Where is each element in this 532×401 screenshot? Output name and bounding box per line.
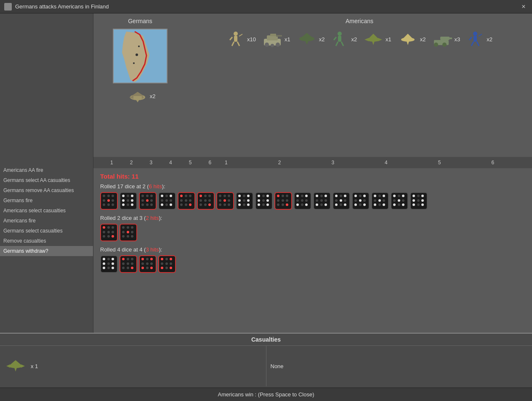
ruler-l4: 4 <box>169 160 172 166</box>
die-1-11 <box>294 192 311 210</box>
tank-count: x1 <box>285 36 290 43</box>
dice-row-1 <box>100 192 525 210</box>
ruler-r6: 6 <box>491 160 494 166</box>
total-hits-value: 11 <box>132 173 139 180</box>
svg-marker-34 <box>364 38 369 41</box>
svg-line-14 <box>232 42 234 46</box>
roll1-label: Rolled 17 dice at 2 (6 hits): <box>100 183 525 190</box>
sidebar-item-withdraw[interactable]: Germans withdraw? <box>0 246 93 256</box>
casualties-section: Casualties x 1 None <box>0 333 532 388</box>
ruler-l2: 2 <box>130 160 133 166</box>
roll1-text2: ): <box>162 183 165 190</box>
svg-line-30 <box>341 42 343 46</box>
results-area: Total hits: 11 Rolled 17 dice at 2 (6 hi… <box>93 168 532 333</box>
plane2-icon <box>363 31 384 47</box>
sidebar-item-germans-select-casualties[interactable]: Germans select casualties <box>0 226 93 236</box>
die-1-6 <box>197 192 215 210</box>
fighter1-icon <box>296 31 317 47</box>
unit-green-infantry: x2 <box>330 31 357 48</box>
map-container <box>113 29 168 83</box>
casualties-right: None <box>266 346 532 386</box>
casualties-body: x 1 None <box>0 346 532 386</box>
casualty-plane-icon <box>4 358 27 374</box>
die-3-1 <box>100 255 118 273</box>
die-1-1 <box>100 192 118 210</box>
die-2-2 <box>120 224 137 241</box>
ruler-r5: 5 <box>438 160 441 166</box>
svg-point-10 <box>234 32 238 36</box>
rifleman-count: x10 <box>247 36 256 43</box>
dice-row-3 <box>100 255 525 273</box>
casualties-title: Casualties <box>0 334 532 346</box>
casualties-left: x 1 <box>0 346 266 386</box>
unit-rifleman: x10 <box>226 31 256 48</box>
casualties-right-text: None <box>271 363 284 369</box>
units-section: Germans <box>93 13 532 157</box>
sidebar-item-remove-casualties[interactable]: Remove casualties <box>0 236 93 246</box>
blue-infantry-count: x2 <box>487 36 492 43</box>
blue-infantry-icon <box>466 31 485 48</box>
artillery-icon <box>432 31 453 48</box>
svg-marker-33 <box>372 41 375 45</box>
ruler-r2: 2 <box>278 160 281 166</box>
roll3-text: Rolled 4 dice at 4 ( <box>100 246 146 253</box>
die-1-4 <box>158 192 176 210</box>
svg-marker-54 <box>21 364 25 368</box>
svg-marker-32 <box>369 34 378 38</box>
sidebar-item-aa-fire[interactable]: Americans AA fire <box>0 165 93 175</box>
die-1-12 <box>313 192 331 210</box>
german-plane-icon <box>125 88 148 104</box>
svg-rect-27 <box>338 36 341 42</box>
die-1-5 <box>178 192 195 210</box>
unit-tank: x1 <box>262 31 290 48</box>
svg-marker-24 <box>301 33 312 37</box>
total-hits-label: Total hits: <box>100 173 130 180</box>
close-button[interactable]: × <box>519 2 529 12</box>
sidebar-item-germans-fire[interactable]: Germans fire <box>0 195 93 206</box>
roll1-text: Rolled 17 dice at 2 ( <box>100 183 149 190</box>
die-1-15 <box>371 192 389 210</box>
svg-line-28 <box>334 37 336 40</box>
svg-rect-41 <box>449 37 452 39</box>
unit-blue-infantry: x2 <box>466 31 492 48</box>
svg-line-29 <box>336 42 338 46</box>
svg-rect-40 <box>440 37 450 40</box>
sidebar-item-remove-aa-casualties[interactable]: Germans remove AA casualties <box>0 185 93 195</box>
ruler: 1 2 3 4 5 6 1 2 3 4 5 6 <box>93 157 532 168</box>
german-plane-count: x2 <box>150 93 156 99</box>
roll2-hits: 2 hits <box>146 215 159 221</box>
roll2-text: Rolled 2 dice at 3 ( <box>100 215 146 221</box>
die-1-9 <box>255 192 273 210</box>
svg-line-49 <box>477 42 479 46</box>
svg-rect-19 <box>276 35 282 37</box>
svg-marker-52 <box>14 368 17 372</box>
ruler-r4: 4 <box>385 160 388 166</box>
svg-marker-53 <box>6 364 10 368</box>
sidebar-item-americans-select-casualties[interactable]: Americans select casualties <box>0 206 93 216</box>
artillery-count: x3 <box>455 36 460 43</box>
total-hits: Total hits: 11 <box>100 173 525 180</box>
title-bar: Germans attacks Americans in Finland × <box>0 0 532 13</box>
dice-row-2 <box>100 224 525 241</box>
svg-line-15 <box>237 42 239 46</box>
roll3-hits: 3 hits <box>146 246 159 253</box>
svg-marker-35 <box>378 38 382 41</box>
status-text: Americans win : (Press Space to Close) <box>218 391 314 398</box>
die-3-2 <box>120 255 137 273</box>
die-1-10 <box>274 192 292 210</box>
svg-point-42 <box>434 43 438 47</box>
svg-point-21 <box>271 44 274 47</box>
roll1-hits: 6 hits <box>149 183 162 190</box>
svg-marker-25 <box>305 41 309 45</box>
sidebar-item-americans-fire[interactable]: Americans fire <box>0 216 93 226</box>
plane3-count: x2 <box>420 36 426 43</box>
svg-point-2 <box>136 53 138 56</box>
sidebar-item-select-aa-casualties[interactable]: Germans select AA casualties <box>0 175 93 185</box>
svg-marker-38 <box>407 41 409 45</box>
svg-point-3 <box>133 62 135 64</box>
ruler-left: 1 2 3 4 5 6 <box>98 160 191 166</box>
svg-rect-18 <box>270 34 276 36</box>
unit-fighter1: x2 <box>296 31 325 48</box>
roll3-label: Rolled 4 dice at 4 (3 hits): <box>100 246 525 253</box>
tank-icon <box>262 31 283 47</box>
